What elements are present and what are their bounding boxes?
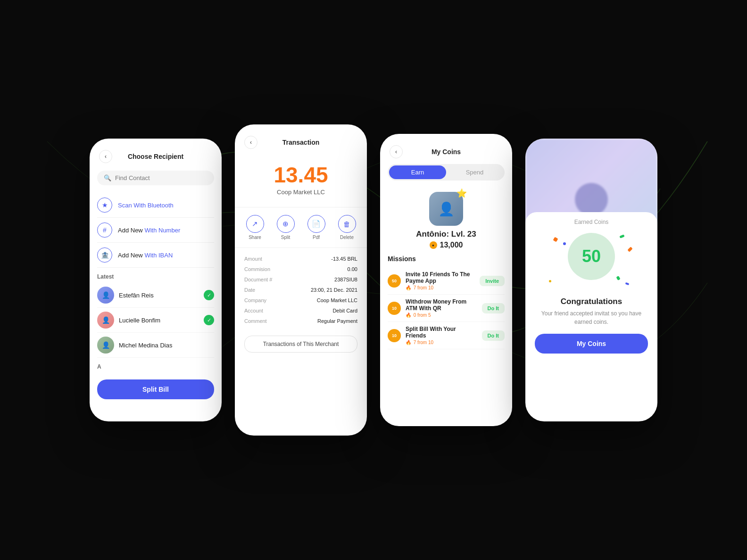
tab-earn[interactable]: Earn: [389, 165, 446, 179]
confetti-7: [625, 282, 630, 285]
company-row: Company Coop Market LLC: [244, 295, 357, 305]
comment-row: Comment Regular Payment: [244, 316, 357, 326]
congrats-title: Congratulations: [535, 297, 648, 306]
split-label: Split: [281, 235, 290, 240]
mission-item-1: 50 Invite 10 Friends To The Payme App 🔥 …: [388, 267, 505, 295]
tab-spend[interactable]: Spend: [446, 165, 503, 179]
fire-icon-3: 🔥: [406, 340, 411, 345]
delete-icon: 🗑: [338, 215, 356, 233]
contact-item-2[interactable]: 👤 Lucielle Bonfim ✓: [97, 308, 214, 333]
add-iban-option[interactable]: 🏦 Add New With IBAN: [97, 243, 214, 268]
document-value: 2387SIU8: [334, 277, 357, 282]
mission-btn-2[interactable]: Do It: [482, 303, 505, 313]
confetti-2: [563, 242, 566, 245]
confetti-6: [549, 280, 551, 282]
share-label: Share: [249, 235, 261, 240]
mission-info-3: Split Bill With Your Friends 🔥 7 from 10: [406, 326, 477, 345]
phone-congratulations: Earned Coins 50 Congratulations Your fri…: [525, 139, 657, 421]
phones-container: ‹ Choose Recipient 🔍 ★ Scan With Bluetoo…: [90, 124, 657, 436]
transaction-amount: 13.45: [235, 164, 367, 186]
mission-progress-3: 🔥 7 from 10: [406, 340, 477, 345]
add-number-option[interactable]: # Add New With Number: [97, 218, 214, 243]
document-label: Document #: [244, 277, 272, 282]
commission-value: 0.00: [348, 266, 357, 272]
comment-label: Comment: [244, 318, 267, 324]
add-iban-label: Add New With IBAN: [118, 252, 173, 259]
coin-icon: ●: [430, 241, 437, 249]
blurred-avatar: [575, 183, 608, 216]
my-coins-button[interactable]: My Coins: [535, 334, 648, 354]
account-value: Debit Card: [332, 308, 357, 313]
search-input[interactable]: [115, 174, 208, 181]
mission-progress-2: 🔥 0 from 5: [406, 313, 477, 318]
latest-label: Latest: [90, 268, 222, 283]
amount-row: Amount -13.45 BRL: [244, 254, 357, 264]
pdf-icon: 📄: [307, 215, 325, 233]
tab-row: Earn Spend: [388, 164, 505, 181]
merchant-transactions-button[interactable]: Transactions of This Merchant: [244, 336, 357, 353]
phone-choose-recipient: ‹ Choose Recipient 🔍 ★ Scan With Bluetoo…: [90, 139, 222, 421]
commission-row: Commision 0.00: [244, 264, 357, 274]
company-label: Company: [244, 297, 266, 303]
account-label: Account: [244, 308, 263, 313]
user-profile: 👤 ⭐ Antônio: Lvl. 23 ● 13,000: [380, 188, 512, 255]
star-badge: ⭐: [456, 188, 467, 198]
bluetooth-icon: ★: [97, 198, 112, 213]
share-button[interactable]: ↗ Share: [246, 215, 264, 240]
pdf-label: Pdf: [313, 235, 320, 240]
add-number-label: Add New With Number: [118, 227, 180, 234]
coin-amount: 13,000: [440, 241, 463, 249]
contact-avatar-3: 👤: [97, 337, 114, 354]
commission-label: Commision: [244, 266, 270, 272]
mission-btn-3[interactable]: Do It: [482, 330, 505, 341]
missions-label: Missions: [388, 255, 505, 263]
contact-name-2: Lucielle Bonfim: [119, 317, 199, 324]
confetti-8: [616, 276, 620, 280]
hash-icon: #: [97, 222, 112, 238]
split-button[interactable]: ⊕ Split: [277, 215, 295, 240]
delete-button[interactable]: 🗑 Delete: [338, 215, 356, 240]
split-bill-button[interactable]: Split Bill: [97, 379, 214, 399]
mission-coin-2: 10: [388, 302, 401, 315]
user-coins: ● 13,000: [380, 241, 512, 249]
search-icon: 🔍: [104, 174, 111, 181]
account-row: Account Debit Card: [244, 305, 357, 316]
phone3-header: ‹ My Coins: [380, 134, 512, 164]
mission-btn-1[interactable]: Invite: [480, 276, 505, 286]
mission-coin-3: 10: [388, 329, 401, 342]
search-bar[interactable]: 🔍: [97, 171, 214, 185]
document-row: Document # 2387SIU8: [244, 274, 357, 285]
confetti-3: [619, 234, 624, 238]
earned-coin-amount: 50: [582, 247, 601, 266]
pdf-button[interactable]: 📄 Pdf: [307, 215, 325, 240]
action-buttons: ↗ Share ⊕ Split 📄 Pdf 🗑 Delete: [235, 207, 367, 248]
contact-avatar-2: 👤: [97, 312, 114, 329]
contact-item-3[interactable]: 👤 Michel Medina Dias: [97, 333, 214, 358]
mission-coin-1: 50: [388, 274, 401, 288]
mission-info-2: Withdrow Money From ATM With QR 🔥 0 from…: [406, 298, 477, 318]
contact-item[interactable]: 👤 Estefân Reis ✓: [97, 283, 214, 308]
delete-label: Delete: [340, 235, 354, 240]
mission-name-3: Split Bill With Your Friends: [406, 326, 477, 339]
confetti-4: [627, 247, 632, 252]
section-a-label: A: [90, 358, 222, 373]
date-row: Date 23:00, 21 Dec. 2021: [244, 285, 357, 295]
mission-info-1: Invite 10 Friends To The Payme App 🔥 7 f…: [406, 271, 475, 290]
phone3-title: My Coins: [403, 148, 490, 156]
bluetooth-label: Scan With Bluetooth: [118, 202, 174, 209]
contact-list: 👤 Estefân Reis ✓ 👤 Lucielle Bonfim ✓ 👤 M…: [90, 283, 222, 358]
mission-progress-1: 🔥 7 from 10: [406, 285, 475, 290]
bluetooth-option[interactable]: ★ Scan With Bluetooth: [97, 193, 214, 218]
back-button-phone1[interactable]: ‹: [99, 150, 112, 163]
back-button-phone3[interactable]: ‹: [390, 145, 403, 158]
contact-name-3: Michel Medina Dias: [119, 342, 214, 349]
phone-transaction: ‹ Transaction 13.45 Coop Market LLC ↗ Sh…: [235, 124, 367, 436]
company-value: Coop Market LLC: [317, 297, 357, 303]
contact-name-1: Estefân Reis: [119, 292, 199, 299]
share-icon: ↗: [246, 215, 264, 233]
amount-section: 13.45 Coop Market LLC: [235, 155, 367, 207]
back-button-phone2[interactable]: ‹: [244, 136, 257, 149]
congrats-subtitle: Your friend accepted invitat so you have…: [535, 309, 648, 326]
detail-rows: Amount -13.45 BRL Commision 0.00 Documen…: [235, 248, 367, 332]
earned-label: Earned Coins: [535, 219, 648, 225]
